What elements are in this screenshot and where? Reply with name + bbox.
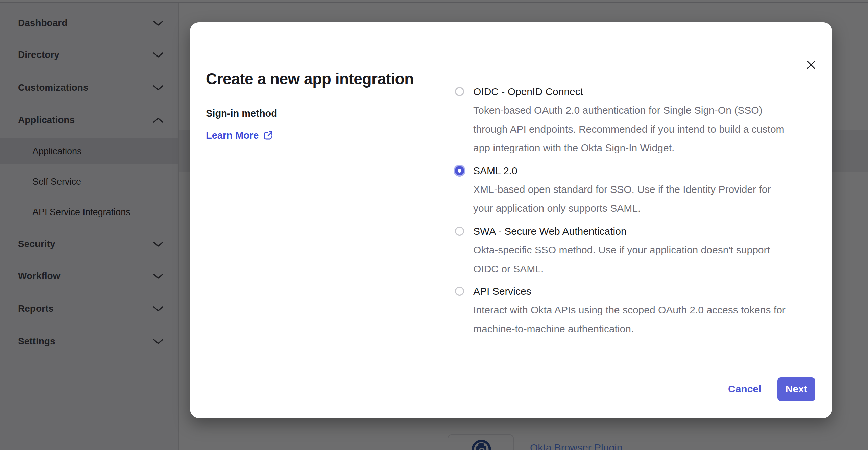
- learn-more-link[interactable]: Learn More: [206, 130, 273, 141]
- option-label[interactable]: SAML 2.0: [473, 161, 823, 180]
- create-app-integration-modal: Create a new app integration Sign-in met…: [190, 22, 832, 418]
- cancel-button[interactable]: Cancel: [728, 382, 761, 396]
- option-swa[interactable]: SWA - Secure Web Authentication Okta-spe…: [455, 222, 823, 278]
- close-button[interactable]: [802, 56, 819, 73]
- option-description: Token-based OAuth 2.0 authentication for…: [473, 101, 818, 157]
- radio-saml-selected[interactable]: [455, 166, 464, 175]
- option-label[interactable]: SWA - Secure Web Authentication: [473, 222, 823, 241]
- option-api-services[interactable]: API Services Interact with Okta APIs usi…: [455, 282, 823, 338]
- radio-oidc[interactable]: [455, 87, 464, 96]
- learn-more-label: Learn More: [206, 130, 259, 141]
- close-icon: [806, 60, 816, 69]
- option-label[interactable]: API Services: [473, 282, 823, 300]
- option-description: Okta-specific SSO method. Use if your ap…: [473, 241, 818, 278]
- next-button[interactable]: Next: [777, 377, 815, 401]
- option-saml[interactable]: SAML 2.0 XML-based open standard for SSO…: [455, 161, 823, 218]
- radio-api-services[interactable]: [455, 287, 464, 296]
- option-description: Interact with Okta APIs using the scoped…: [473, 300, 818, 338]
- option-label[interactable]: OIDC - OpenID Connect: [473, 82, 823, 101]
- external-link-icon: [263, 130, 273, 141]
- modal-title: Create a new app integration: [206, 70, 414, 88]
- option-oidc[interactable]: OIDC - OpenID Connect Token-based OAuth …: [455, 82, 823, 157]
- sign-in-method-label: Sign-in method: [206, 108, 277, 119]
- radio-swa[interactable]: [455, 227, 464, 236]
- option-description: XML-based open standard for SSO. Use if …: [473, 180, 818, 218]
